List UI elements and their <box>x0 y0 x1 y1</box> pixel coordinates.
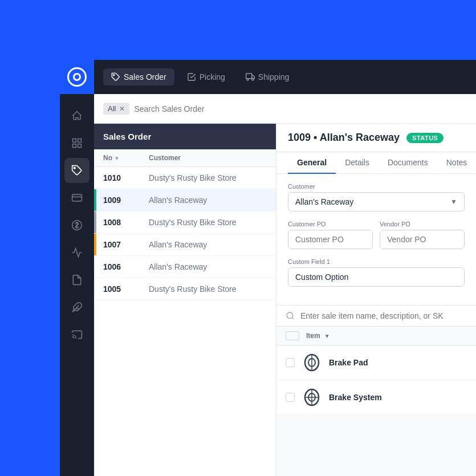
item-checkbox[interactable] <box>286 358 295 367</box>
item-filter-icon[interactable]: ▼ <box>324 333 330 339</box>
sidebar-item-billing[interactable] <box>64 213 89 238</box>
svg-line-16 <box>292 318 294 319</box>
items-search-input[interactable] <box>300 311 467 320</box>
item-name-brake-pad: Brake Pad <box>329 358 368 367</box>
brake-pad-icon <box>302 352 322 373</box>
po-row: Customer PO Vendor PO <box>288 221 465 258</box>
detail-title: 1009 • Allan's Raceway <box>288 132 400 144</box>
order-number: 1006 <box>103 262 149 271</box>
sort-icon-no[interactable]: ▼ <box>114 155 120 161</box>
order-number: 1007 <box>103 240 149 249</box>
sidebar-nav <box>60 99 94 352</box>
svg-rect-0 <box>73 139 76 143</box>
customer-name-title: Allan's Raceway <box>320 132 400 143</box>
tab-shipping[interactable]: Shipping <box>238 68 298 86</box>
detail-tab-notes[interactable]: Notes <box>437 152 476 174</box>
search-input[interactable] <box>134 104 467 113</box>
sidebar <box>60 60 94 476</box>
order-row[interactable]: 1005 Dusty's Rusty Bike Store <box>94 278 276 300</box>
col-item-header: Item ▼ <box>306 332 330 340</box>
svg-point-11 <box>113 75 115 76</box>
order-number: 1009 <box>103 196 149 205</box>
item-checkbox[interactable] <box>286 393 295 402</box>
tab-sales-order[interactable]: Sales Order <box>103 68 174 86</box>
customer-po-input[interactable] <box>288 230 373 249</box>
svg-point-14 <box>252 79 254 80</box>
detail-tab-documents[interactable]: Documents <box>379 152 437 174</box>
sidebar-item-plugins[interactable] <box>64 295 89 320</box>
order-row[interactable]: 1008 Dusty's Rusty Bike Store <box>94 211 276 234</box>
sidebar-item-cast[interactable] <box>64 322 89 347</box>
credit-card-icon <box>71 192 83 204</box>
table-header: No ▼ Customer <box>94 149 276 167</box>
items-table-header: Item ▼ <box>276 327 476 345</box>
status-bar <box>94 234 96 255</box>
item-row-brake-system[interactable]: Brake System <box>276 380 476 415</box>
status-badge: STATUS <box>406 133 444 143</box>
customer-select[interactable]: Allan's Raceway ▼ <box>288 192 465 211</box>
sidebar-item-orders[interactable] <box>64 158 89 183</box>
sidebar-item-reports[interactable] <box>64 240 89 265</box>
order-row[interactable]: 1010 Dusty's Rusty Bike Store <box>94 167 276 189</box>
sidebar-item-dashboard[interactable] <box>64 131 89 156</box>
custom-field-select[interactable]: Custom Option <box>288 267 465 287</box>
order-row[interactable]: 1007 Allan's Raceway <box>94 234 276 256</box>
picking-tab-icon <box>187 72 196 82</box>
brake-system-svg <box>302 387 322 408</box>
items-search <box>276 306 476 327</box>
svg-point-15 <box>287 312 293 319</box>
sales-order-tab-icon <box>111 72 120 82</box>
item-row-brake-pad[interactable]: Brake Pad <box>276 345 476 380</box>
sidebar-item-payments[interactable] <box>64 185 89 210</box>
form-section: Customer Allan's Raceway ▼ Customer PO <box>276 174 476 306</box>
chevron-down-icon: ▼ <box>450 198 457 206</box>
tag-icon <box>71 165 83 176</box>
detail-body: Customer Allan's Raceway ▼ Customer PO <box>276 174 476 476</box>
detail-tab-details[interactable]: Details <box>336 152 379 174</box>
chart-icon <box>71 247 83 258</box>
sidebar-item-documents[interactable] <box>64 267 89 292</box>
right-panel: 1009 • Allan's Raceway STATUS General De… <box>276 124 476 476</box>
status-bar <box>94 211 96 233</box>
tab-picking-label: Picking <box>200 72 225 82</box>
tab-picking[interactable]: Picking <box>179 68 233 86</box>
sidebar-logo <box>60 60 94 94</box>
header-checkbox[interactable] <box>286 331 299 340</box>
shipping-tab-icon <box>246 72 255 82</box>
order-customer: Allan's Raceway <box>149 262 267 271</box>
customer-po-label: Customer PO <box>288 221 373 227</box>
app-logo <box>67 67 87 87</box>
vendor-po-input[interactable] <box>380 230 465 249</box>
filter-tag-close[interactable]: ✕ <box>119 105 125 113</box>
search-bar: All ✕ <box>94 94 476 124</box>
col-header-customer: Customer <box>149 154 267 162</box>
svg-rect-1 <box>78 139 82 143</box>
customer-value: Allan's Raceway <box>295 197 353 206</box>
svg-rect-2 <box>73 144 76 148</box>
order-number: 1008 <box>103 218 149 227</box>
svg-rect-3 <box>78 144 82 148</box>
dollar-icon <box>71 219 83 231</box>
grid-icon <box>71 137 83 149</box>
filter-tag-label: All <box>108 104 116 113</box>
detail-header: 1009 • Allan's Raceway STATUS <box>276 124 476 152</box>
puzzle-icon <box>71 302 83 313</box>
order-customer: Dusty's Rusty Bike Store <box>149 218 267 227</box>
left-panel: Sales Order No ▼ Customer 1010 Dusty's R… <box>94 124 276 476</box>
order-customer: Allan's Raceway <box>149 196 267 205</box>
vendor-po-label: Vendor PO <box>380 221 465 227</box>
order-row[interactable]: 1009 Allan's Raceway <box>94 189 276 211</box>
order-number-title: 1009 <box>288 132 311 143</box>
detail-tab-general[interactable]: General <box>288 152 336 174</box>
form-group-customer: Customer Allan's Raceway ▼ <box>288 183 465 211</box>
svg-rect-12 <box>246 74 252 79</box>
order-row[interactable]: 1006 Allan's Raceway <box>94 256 276 278</box>
panel-header: Sales Order <box>94 124 276 149</box>
form-group-customer-po: Customer PO <box>288 221 373 249</box>
filter-tag-all[interactable]: All ✕ <box>103 103 129 115</box>
svg-point-4 <box>74 168 76 169</box>
custom-field-label: Custom Field 1 <box>288 258 465 265</box>
sidebar-item-home[interactable] <box>64 103 89 128</box>
customer-label: Customer <box>288 183 465 190</box>
brake-pad-svg <box>302 352 322 373</box>
